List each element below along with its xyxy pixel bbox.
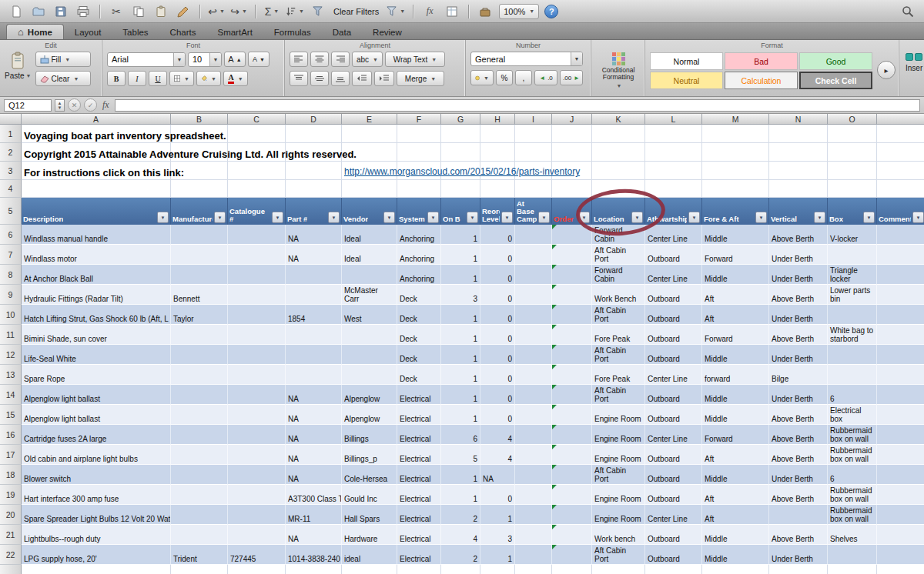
table-header-box[interactable]: Box▼ — [828, 198, 877, 225]
cell[interactable] — [171, 225, 228, 245]
cell[interactable] — [702, 143, 769, 162]
tab-data[interactable]: Data — [322, 25, 362, 39]
cell[interactable] — [828, 545, 877, 565]
cell[interactable] — [552, 325, 592, 345]
cell[interactable]: 4 — [480, 425, 515, 445]
cell[interactable]: 0 — [480, 385, 515, 405]
cell[interactable] — [877, 162, 924, 180]
cell[interactable]: Electrical — [397, 385, 441, 405]
cell[interactable] — [515, 505, 552, 525]
insert-label[interactable]: Inser — [906, 64, 922, 72]
tab-tables[interactable]: Tables — [112, 25, 159, 39]
cell[interactable]: 0 — [480, 485, 515, 505]
cell[interactable] — [877, 545, 924, 565]
tab-charts[interactable]: Charts — [159, 25, 207, 39]
cell[interactable]: 6 — [828, 465, 877, 485]
font-size-combo[interactable]: 10▼ — [188, 52, 222, 67]
select-all-corner[interactable] — [0, 114, 22, 125]
cell[interactable]: Hydraulic Fittings (Radar Tilt) — [22, 285, 171, 305]
cell[interactable]: Above Berth — [769, 425, 828, 445]
confirm-entry-button[interactable]: ✓ — [84, 98, 97, 112]
cell[interactable]: Bimini Shade, sun cover — [22, 325, 171, 345]
filter-dropdown-icon[interactable]: ▼ — [912, 212, 924, 223]
cell[interactable] — [228, 505, 286, 525]
cell[interactable] — [171, 405, 228, 425]
sort-button[interactable]: ▼ — [286, 3, 304, 20]
cell[interactable]: Under Berth — [769, 345, 828, 365]
cut-button[interactable]: ✂ — [108, 3, 125, 20]
cell[interactable]: Anchoring — [397, 225, 441, 245]
table-header-comments[interactable]: Comments▼ — [877, 198, 924, 225]
cell[interactable]: Engine Room — [592, 485, 645, 505]
table-header-vertical[interactable]: Vertical▼ — [769, 198, 828, 225]
cell[interactable] — [877, 143, 924, 162]
cell[interactable]: Forward — [702, 425, 769, 445]
number-format-combo[interactable]: General▼ — [470, 52, 583, 66]
fill-color-button[interactable]: ▼ — [196, 71, 221, 86]
cell[interactable] — [828, 305, 877, 325]
cell[interactable] — [828, 143, 877, 162]
cell[interactable]: Rubbermaid box on wall — [828, 485, 877, 505]
cell[interactable] — [515, 425, 552, 445]
row-header-3[interactable]: 3 — [0, 162, 22, 180]
cell[interactable] — [552, 405, 592, 425]
cell[interactable]: Deck — [397, 305, 441, 325]
row-header-partial[interactable] — [0, 565, 22, 574]
cell[interactable]: ideal — [342, 545, 397, 565]
cell[interactable] — [877, 405, 924, 425]
cell[interactable] — [171, 525, 228, 545]
cell[interactable]: Outboard — [645, 285, 702, 305]
cell[interactable] — [769, 505, 828, 525]
currency-button[interactable]: ▼ — [470, 70, 494, 85]
cell[interactable]: Lightbulbs--rough duty — [22, 525, 171, 545]
cell[interactable]: Middle — [702, 385, 769, 405]
filter-dropdown-icon[interactable]: ▼ — [214, 212, 226, 223]
column-header-k[interactable]: K — [592, 114, 645, 125]
filter-dropdown-icon[interactable]: ▼ — [328, 212, 340, 223]
filter-dropdown-icon[interactable]: ▼ — [383, 212, 395, 223]
cell[interactable] — [286, 365, 342, 385]
cell[interactable] — [286, 345, 342, 365]
cell[interactable]: Middle — [702, 345, 769, 365]
cell[interactable] — [877, 365, 924, 385]
cell[interactable] — [228, 445, 286, 465]
cell[interactable] — [552, 425, 592, 445]
column-header-partial[interactable] — [877, 114, 924, 125]
cell[interactable] — [515, 485, 552, 505]
cell[interactable] — [828, 345, 877, 365]
cell[interactable]: NA — [480, 465, 515, 485]
cell[interactable] — [877, 505, 924, 525]
cell[interactable]: Above Berth — [769, 405, 828, 425]
cell[interactable]: 0 — [480, 225, 515, 245]
row-header-21[interactable]: 21 — [0, 525, 22, 545]
cell[interactable] — [342, 180, 397, 198]
borders-button[interactable]: ▼ — [169, 71, 194, 86]
cell[interactable] — [171, 265, 228, 285]
cell[interactable] — [828, 180, 877, 198]
styles-gallery-expand-button[interactable]: ▸ — [877, 61, 896, 79]
align-bottom-button[interactable] — [331, 71, 350, 86]
cell[interactable] — [342, 365, 397, 385]
cell[interactable] — [342, 325, 397, 345]
cell[interactable]: NA — [286, 465, 342, 485]
new-workbook-button[interactable] — [8, 3, 25, 20]
cell[interactable]: 1014-3838-240 — [286, 545, 342, 565]
cell[interactable]: Above Berth — [769, 485, 828, 505]
font-family-combo[interactable]: Arial▼ — [107, 52, 186, 67]
cell[interactable]: 0 — [480, 305, 515, 325]
cell[interactable]: Deck — [397, 285, 441, 305]
cell[interactable]: 1 — [441, 385, 480, 405]
cell[interactable]: Middle — [702, 545, 769, 565]
toolbox-button[interactable] — [477, 3, 494, 20]
table-header-catalogue[interactable]: Catalogue #▼ — [228, 198, 286, 225]
cancel-entry-button[interactable]: ✕ — [68, 98, 81, 112]
row-header-20[interactable]: 20 — [0, 505, 22, 525]
tab-layout[interactable]: Layout — [64, 25, 112, 39]
cell[interactable]: Bilge — [769, 365, 828, 385]
cell[interactable]: Billings_p — [342, 445, 397, 465]
cell[interactable] — [171, 485, 228, 505]
autosum-button[interactable]: Σ▼ — [263, 3, 280, 20]
cell[interactable]: Taylor — [171, 305, 228, 325]
cell[interactable]: 727445 — [228, 545, 286, 565]
wrap-text-button[interactable]: Wrap Text▼ — [385, 52, 445, 67]
